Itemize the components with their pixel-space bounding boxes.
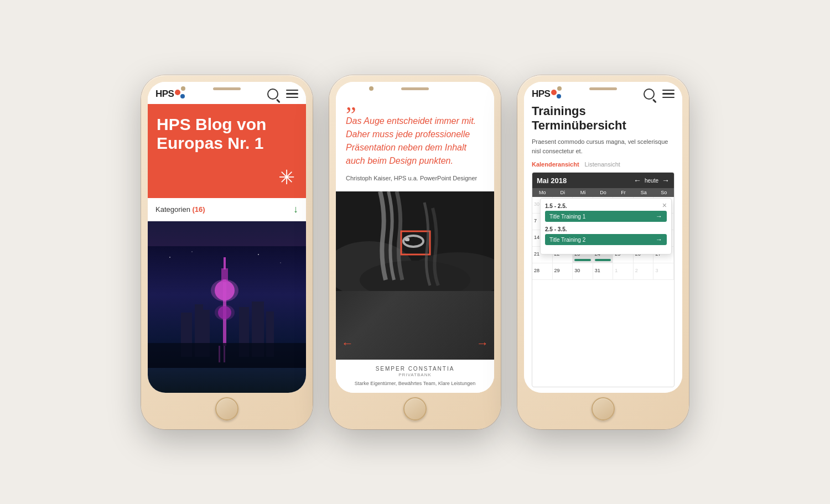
phones-container: HPS HPS Blog von Eu <box>119 53 711 451</box>
svg-rect-20 <box>224 346 225 362</box>
calendar-month: Mai 2018 <box>537 176 567 185</box>
quote-author: Christoph Kaiser, HPS u.a. PowerPoint De… <box>346 174 484 183</box>
phone-1-header: HPS <box>148 82 306 104</box>
day-sa: Sa <box>634 188 654 197</box>
logo-dot-blue-3 <box>557 94 561 98</box>
city-illustration <box>148 246 306 368</box>
menu-icon-3[interactable] <box>662 90 675 98</box>
cal-cell-next3[interactable]: 3 <box>653 263 674 280</box>
popup-entry-2: 2.5 - 3.5. Title Training 2 → <box>545 226 667 245</box>
header-icons-3 <box>644 89 675 100</box>
training-popup: × 1.5 - 2.5. Title Training 1 → 2 <box>540 198 672 254</box>
logo-dot-red-3 <box>551 90 557 95</box>
phone-1-screen: HPS HPS Blog von Eu <box>148 82 306 393</box>
logo-text-3: HPS <box>532 89 550 100</box>
climbing-image: ← → <box>336 191 494 359</box>
popup-entry-1: 1.5 - 2.5. Title Training 1 → <box>545 203 667 222</box>
logo-dots-3 <box>551 89 561 99</box>
logo-dot-red-1 <box>175 90 180 95</box>
calendar-nav: ← heute → <box>634 176 670 185</box>
popup-arrow-1: → <box>656 212 662 220</box>
hps-logo-3: HPS <box>532 89 561 100</box>
day-di: Di <box>553 188 573 197</box>
next-arrow-icon[interactable]: → <box>476 336 489 351</box>
svg-point-10 <box>211 279 238 302</box>
calendar-day-names: Mo Di Mi Do Fr Sa So <box>532 188 674 197</box>
home-button-2[interactable] <box>403 397 427 420</box>
hero-title: HPS Blog von Europas Nr. 1 <box>157 115 297 153</box>
cal-cell-next2[interactable]: 2 <box>634 263 654 280</box>
day-mo: Mo <box>532 188 553 197</box>
phone-3-screen: HPS Trainings Termi <box>524 82 682 393</box>
training-content: Trainings Terminübersicht Praesent commo… <box>524 104 682 393</box>
home-button-3[interactable] <box>592 397 615 420</box>
phone-3: HPS Trainings Termi <box>517 75 689 429</box>
training-title: Trainings Terminübersicht <box>532 104 675 133</box>
phone-2-screen: „ Das Auge entscheidet immer mit. Daher … <box>336 82 494 393</box>
hps-logo-1: HPS <box>155 89 185 100</box>
training-calendar: Mai 2018 ← heute → Mo Di Mi <box>532 172 675 387</box>
quote-section: „ Das Auge entscheidet immer mit. Daher … <box>336 82 494 192</box>
day-fr: Fr <box>613 188 634 197</box>
calendar-grid: 30 1 6 7 <box>532 197 674 280</box>
day-so: So <box>653 188 674 197</box>
cal-next-btn[interactable]: → <box>662 176 670 185</box>
search-icon-3[interactable] <box>644 89 655 100</box>
popup-badge-1[interactable]: Title Training 1 → <box>545 211 667 222</box>
popup-arrow-2: → <box>656 236 662 243</box>
home-button-1[interactable] <box>215 397 238 420</box>
categories-label: Kategorien (16) <box>155 205 205 214</box>
svg-rect-19 <box>219 346 220 362</box>
popup-title-1: Title Training 1 <box>549 214 585 220</box>
popup-date-2: 2.5 - 3.5. <box>545 226 667 232</box>
cal-prev-btn[interactable]: ← <box>634 176 641 185</box>
bank-subtitle: Privatbank <box>344 372 486 377</box>
city-image <box>148 221 306 393</box>
quote-text: Das Auge entscheidet immer mit. Daher mu… <box>346 115 484 168</box>
categories-row[interactable]: Kategorien (16) ↓ <box>148 198 306 221</box>
cal-cell-30b[interactable]: 30 <box>573 263 593 280</box>
calendar-header: Mai 2018 ← heute → <box>532 173 674 188</box>
search-icon-1[interactable] <box>267 89 278 100</box>
day-do: Do <box>593 188 614 197</box>
training-description: Praesent commodo cursus magna, vel scele… <box>532 137 675 155</box>
listen-view-tab[interactable]: Listenansicht <box>585 161 620 168</box>
hero-section: HPS Blog von Europas Nr. 1 ✳ <box>148 104 306 198</box>
hero-star: ✳ <box>278 166 295 189</box>
cal-cell-28[interactable]: 28 <box>532 263 553 280</box>
kalender-view-tab[interactable]: Kalenderansicht <box>532 161 579 168</box>
cal-cell-next1[interactable]: 1 <box>613 263 634 280</box>
cal-cell-29[interactable]: 29 <box>553 263 573 280</box>
day-mi: Mi <box>573 188 593 197</box>
svg-point-1 <box>169 257 170 258</box>
categories-arrow-icon[interactable]: ↓ <box>293 204 298 215</box>
svg-rect-9 <box>224 257 226 269</box>
svg-point-11 <box>215 305 235 320</box>
cal-today-btn[interactable]: heute <box>645 178 658 184</box>
popup-title-2: Title Training 2 <box>549 237 585 243</box>
phone-3-content: HPS Trainings Termi <box>524 82 682 393</box>
logo-dot-blue-1 <box>180 94 185 98</box>
view-toggle: Kalenderansicht Listenansicht <box>532 161 675 168</box>
cal-cell-31[interactable]: 31 <box>593 263 614 280</box>
svg-rect-18 <box>148 343 306 368</box>
popup-date-1: 1.5 - 2.5. <box>545 203 667 209</box>
phone-2-content: „ Das Auge entscheidet immer mit. Daher … <box>336 82 494 393</box>
logo-dots-1 <box>175 89 185 99</box>
phone-1: HPS HPS Blog von Eu <box>141 75 313 429</box>
svg-point-2 <box>191 251 193 252</box>
popup-badge-2[interactable]: Title Training 2 → <box>545 234 667 245</box>
menu-icon-1[interactable] <box>286 90 298 98</box>
bank-tagline: Starke Eigentümer, Bewährtes Team, Klare… <box>344 381 486 386</box>
bank-name: Semper Constantia <box>344 366 486 372</box>
popup-close-btn[interactable]: × <box>662 201 667 210</box>
phone-1-content: HPS HPS Blog von Eu <box>148 82 306 393</box>
climbing-illustration <box>336 191 494 291</box>
svg-point-4 <box>280 262 281 263</box>
event-bar-24 <box>595 259 611 261</box>
bank-footer: Semper Constantia Privatbank Starke Eige… <box>336 360 494 393</box>
logo-text-1: HPS <box>155 89 174 100</box>
prev-arrow-icon[interactable]: ← <box>341 336 354 351</box>
quote-mark: „ <box>346 93 484 112</box>
svg-rect-26 <box>405 238 409 241</box>
